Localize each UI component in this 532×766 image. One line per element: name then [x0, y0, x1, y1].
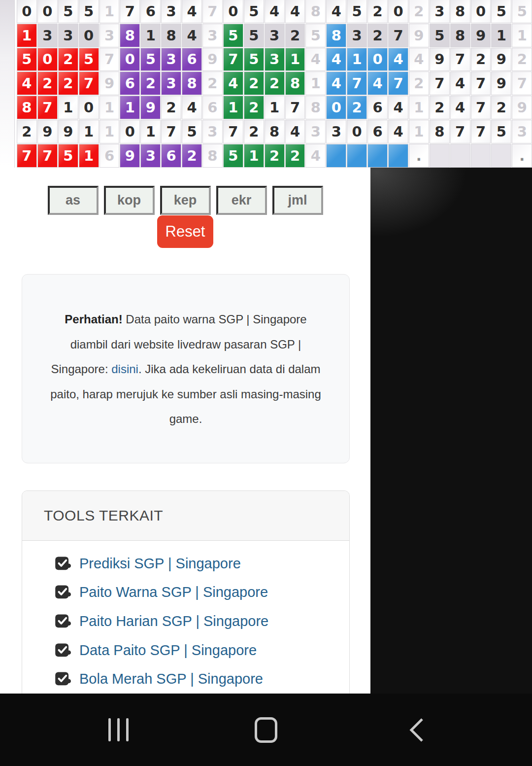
grid-cell: 5	[492, 0, 511, 23]
grid-cell: 7	[471, 96, 491, 119]
grid-cell: 7	[471, 72, 491, 95]
grid-cell: 5	[224, 144, 243, 167]
grid-cell: 4	[182, 0, 201, 23]
kep-toggle-button[interactable]: kep	[160, 186, 211, 215]
paito-grid: 0055176347054484520238055133038184355325…	[17, 0, 532, 167]
grid-cell: 4	[327, 72, 346, 95]
grid-separator-cell: 3	[512, 120, 532, 143]
grid-cell: 3	[141, 144, 160, 167]
grid-cell: 5	[244, 24, 264, 47]
android-navbar	[0, 694, 532, 766]
grid-cell: 4	[286, 120, 305, 143]
grid-cell: 2	[471, 48, 491, 71]
notice-text: Perhatian! Data paito warna SGP | Singap…	[48, 307, 324, 432]
grid-cell: 8	[286, 72, 305, 95]
recent-apps-icon[interactable]	[89, 694, 148, 766]
grid-cell: 7	[430, 72, 449, 95]
ekr-toggle-button[interactable]: ekr	[216, 186, 267, 215]
grid-cell: 8	[430, 120, 449, 143]
tool-link[interactable]: Paito Warna SGP | Singapore	[79, 584, 268, 600]
grid-separator-cell: 2	[409, 72, 429, 95]
grid-cell: 2	[59, 48, 78, 71]
grid-cell: 0	[79, 24, 99, 47]
check-square-icon	[55, 585, 71, 600]
notice-bold: Perhatian!	[65, 313, 122, 326]
grid-separator-cell: 8	[306, 96, 325, 119]
tool-link[interactable]: Prediksi SGP | Singapore	[79, 556, 241, 572]
grid-cell: 9	[471, 24, 491, 47]
jml-toggle-button[interactable]: jml	[272, 186, 323, 215]
grid-separator-cell: 6	[203, 96, 222, 119]
grid-cell: 4	[451, 72, 470, 95]
grid-separator-cell: 8	[203, 144, 222, 167]
grid-cell: 5	[17, 48, 36, 71]
grid-cell: 7	[451, 48, 470, 71]
grid-cell: 0	[471, 0, 491, 23]
disini-link[interactable]: disini	[111, 362, 138, 376]
grid-cell: 7	[224, 48, 243, 71]
grid-cell: 5	[244, 48, 264, 71]
grid-cell: 8	[327, 24, 346, 47]
grid-cell: 2	[38, 72, 57, 95]
home-icon[interactable]	[236, 694, 296, 766]
grid-cell: 1	[224, 96, 243, 119]
grid-separator-cell: 2	[512, 48, 532, 71]
grid-cell: 7	[389, 24, 408, 47]
grid-separator-cell: 6	[100, 144, 119, 167]
grid-cell: 7	[120, 0, 139, 23]
grid-cell: 9	[59, 120, 78, 143]
grid-cell: 8	[451, 24, 470, 47]
tool-link[interactable]: Paito Harian SGP | Singapore	[79, 613, 268, 629]
grid-separator-cell: 1	[100, 0, 119, 23]
grid-cell: 1	[79, 144, 99, 167]
grid-cell: 4	[286, 0, 305, 23]
grid-cell: 2	[368, 0, 387, 23]
grid-cell: 4	[224, 72, 243, 95]
grid-cell: 2	[244, 120, 264, 143]
grid-cell: 4	[389, 120, 408, 143]
tool-link[interactable]: Data Paito SGP | Singapore	[79, 642, 257, 659]
back-icon[interactable]	[387, 694, 446, 766]
kop-toggle-button[interactable]: kop	[104, 186, 155, 215]
grid-separator-cell: 9	[512, 96, 532, 119]
grid-cell: 2	[286, 24, 305, 47]
grid-cell: 0	[120, 48, 139, 71]
grid-separator-cell: 4	[409, 48, 429, 71]
grid-left-edge	[0, 0, 15, 168]
grid-cell: 1	[492, 24, 511, 47]
tool-link[interactable]: Bola Merah SGP | Singapore	[79, 671, 263, 687]
digit-toggle-row: askopkepekrjml	[0, 186, 370, 215]
grid-cell: 1	[141, 120, 160, 143]
as-toggle-button[interactable]: as	[48, 186, 99, 215]
grid-cell: 1	[59, 96, 78, 119]
grid-cell: 5	[347, 0, 366, 23]
grid-cell: 4	[265, 0, 284, 23]
grid-cell: 2	[141, 72, 160, 95]
grid-cell: 0	[347, 120, 366, 143]
grid-cell: 4	[389, 96, 408, 119]
grid-cell: 2	[182, 144, 201, 167]
grid-cell: 9	[492, 48, 511, 71]
notice-card: Perhatian! Data paito warna SGP | Singap…	[22, 274, 350, 463]
grid-cell: 1	[347, 48, 366, 71]
grid-cell: 9	[430, 48, 449, 71]
grid-cell: 4	[451, 96, 470, 119]
grid-cell	[347, 144, 366, 167]
tool-item: Paito Harian SGP | Singapore	[55, 607, 349, 636]
grid-cell: 2	[244, 96, 264, 119]
grid-separator-cell: 1	[512, 24, 532, 47]
grid-separator-cell: 3	[203, 120, 222, 143]
grid-cell: 7	[38, 144, 57, 167]
grid-separator-cell: 4	[306, 144, 325, 167]
grid-cell	[471, 144, 491, 167]
grid-cell: 5	[182, 120, 201, 143]
grid-cell: 9	[38, 120, 57, 143]
grid-cell: 0	[38, 0, 57, 23]
grid-cell	[451, 144, 470, 167]
grid-cell: 8	[120, 24, 139, 47]
reset-button[interactable]: Reset	[157, 215, 213, 248]
home-glyph	[255, 717, 277, 743]
grid-cell: 1	[79, 120, 99, 143]
grid-separator-cell: 3	[203, 24, 222, 47]
check-square-icon	[55, 643, 71, 658]
